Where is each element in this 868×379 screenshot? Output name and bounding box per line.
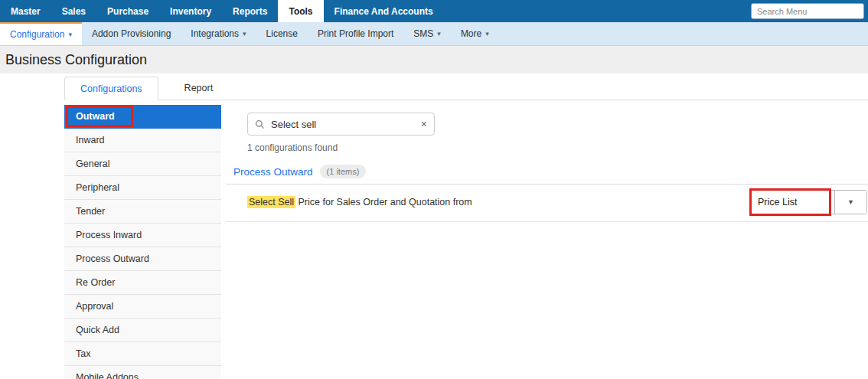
topnav-spacer <box>444 0 751 22</box>
sidebar-item-process-inward[interactable]: Process Inward <box>64 224 221 247</box>
subnav-item-label: License <box>266 28 298 39</box>
tab-bar: Configurations Report <box>64 77 868 100</box>
sub-navbar: Configuration ▾ Addon Provisioning Integ… <box>0 22 868 46</box>
sidebar-item-label: Approval <box>76 301 113 312</box>
sidebar-item-process-outward[interactable]: Process Outward <box>64 247 221 271</box>
subnav-item-configuration[interactable]: Configuration ▾ <box>0 22 82 45</box>
configuration-sidebar: Outward Inward General Peripheral Tender… <box>64 105 221 379</box>
search-input-value[interactable]: Select sell <box>271 119 415 130</box>
nav-item-tools[interactable]: Tools <box>278 0 323 22</box>
nav-item-sales[interactable]: Sales <box>51 0 96 22</box>
subnav-item-label: SMS <box>413 28 433 39</box>
sidebar-item-re-order[interactable]: Re Order <box>64 271 221 295</box>
sidebar-item-label: Peripheral <box>76 182 119 193</box>
content-body: Outward Inward General Peripheral Tender… <box>64 100 868 379</box>
subnav-item-label: Addon Provisioning <box>92 28 171 39</box>
sidebar-item-tender[interactable]: Tender <box>64 200 221 224</box>
price-source-dropdown[interactable]: Price List ▼ <box>751 190 867 214</box>
sidebar-item-label: Mobile Addons <box>76 372 139 379</box>
dropdown-toggle-button[interactable]: ▼ <box>834 191 866 214</box>
nav-item-purchase[interactable]: Purchase <box>96 0 159 22</box>
chevron-down-icon: ▾ <box>243 31 246 38</box>
sidebar-item-peripheral[interactable]: Peripheral <box>64 176 221 200</box>
highlighted-search-term: Select Sell <box>247 196 295 208</box>
sidebar-item-label: Tax <box>76 348 90 359</box>
configuration-search-box[interactable]: Select sell × <box>247 113 435 136</box>
sidebar-item-label: Quick Add <box>76 325 119 335</box>
sidebar-item-mobile-addons[interactable]: Mobile Addons <box>64 366 221 379</box>
sidebar-item-label: Inward <box>76 135 105 145</box>
sidebar-item-label: Tender <box>76 206 105 217</box>
subnav-item-label: More <box>461 28 481 39</box>
subnav-item-label: Print Profile Import <box>318 28 393 39</box>
sidebar-item-inward[interactable]: Inward <box>64 129 221 152</box>
subnav-item-more[interactable]: More ▾ <box>451 22 499 45</box>
sidebar-item-tax[interactable]: Tax <box>64 342 221 366</box>
search-icon <box>255 119 265 129</box>
subnav-item-label: Integrations <box>191 28 239 39</box>
sidebar-item-label: General <box>76 158 109 169</box>
clear-search-icon[interactable]: × <box>421 119 427 129</box>
nav-item-master[interactable]: Master <box>0 0 51 22</box>
top-navbar: Master Sales Purchase Inventory Reports … <box>0 0 868 22</box>
subnav-item-label: Configuration <box>10 29 64 40</box>
item-count-badge: (1 items) <box>320 165 367 178</box>
configuration-main-pane: Select sell × 1 configurations found Pro… <box>221 100 868 376</box>
tab-configurations[interactable]: Configurations <box>64 77 158 100</box>
page-title: Business Configuration <box>5 52 147 68</box>
dropdown-selected-value[interactable]: Price List <box>752 191 834 214</box>
nav-item-reports[interactable]: Reports <box>222 0 278 22</box>
sidebar-item-label: Outward <box>76 111 115 122</box>
page-title-bar: Business Configuration <box>0 46 868 74</box>
sidebar-item-quick-add[interactable]: Quick Add <box>64 319 221 342</box>
chevron-down-icon: ▾ <box>68 31 72 38</box>
section-header: Process Outward (1 items) <box>233 165 868 178</box>
subnav-item-integrations[interactable]: Integrations ▾ <box>181 22 256 45</box>
content-area: Configurations Report Outward Inward Gen… <box>64 74 868 379</box>
sidebar-item-label: Re Order <box>76 277 115 288</box>
sidebar-item-outward[interactable]: Outward <box>64 105 221 129</box>
search-menu-input[interactable] <box>751 3 864 19</box>
config-row-select-sell-price: Select Sell Price for Sales Order and Qu… <box>226 185 868 222</box>
sidebar-item-approval[interactable]: Approval <box>64 295 221 319</box>
subnav-item-sms[interactable]: SMS ▾ <box>403 22 451 45</box>
nav-item-finance-and-accounts[interactable]: Finance And Accounts <box>324 0 444 22</box>
nav-item-inventory[interactable]: Inventory <box>159 0 222 22</box>
chevron-down-icon: ▾ <box>485 31 489 38</box>
sidebar-item-label: Process Outward <box>76 253 149 264</box>
sidebar-item-general[interactable]: General <box>64 152 221 176</box>
tab-report[interactable]: Report <box>169 77 229 100</box>
subnav-item-license[interactable]: License <box>256 22 308 45</box>
config-row-label-rest: Price for Sales Order and Quotation from <box>295 197 472 207</box>
chevron-down-icon: ▾ <box>437 31 441 38</box>
results-count: 1 configurations found <box>247 142 868 153</box>
config-row-label: Select Sell Price for Sales Order and Qu… <box>247 197 472 207</box>
subnav-item-print-profile-import[interactable]: Print Profile Import <box>308 22 403 45</box>
section-title: Process Outward <box>233 166 313 178</box>
subnav-item-addon-provisioning[interactable]: Addon Provisioning <box>82 22 181 45</box>
sidebar-item-label: Process Inward <box>76 230 142 240</box>
caret-down-icon: ▼ <box>847 198 854 206</box>
